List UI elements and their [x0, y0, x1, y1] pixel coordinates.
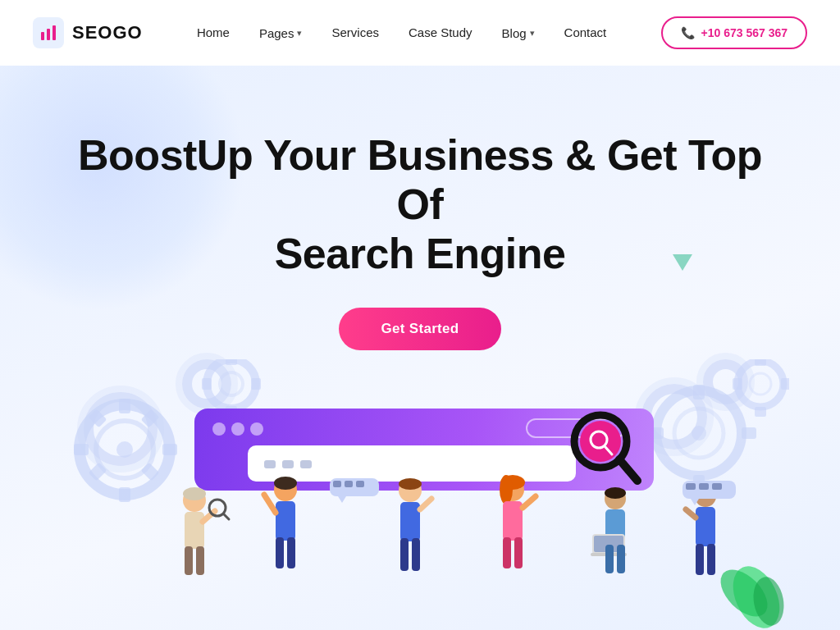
- svg-rect-72: [503, 537, 511, 568]
- nav-case-study[interactable]: Case Study: [409, 25, 472, 40]
- svg-rect-8: [74, 444, 89, 455]
- svg-rect-29: [755, 359, 766, 366]
- svg-rect-1: [47, 29, 50, 40]
- nav-services[interactable]: Services: [331, 25, 379, 40]
- svg-point-36: [250, 422, 263, 436]
- nav-home[interactable]: Home: [197, 25, 230, 40]
- nav-contact[interactable]: Contact: [564, 25, 607, 40]
- svg-rect-90: [345, 481, 353, 487]
- svg-point-22: [692, 426, 706, 441]
- svg-point-5: [116, 441, 133, 458]
- svg-rect-80: [605, 545, 614, 573]
- svg-rect-86: [696, 544, 704, 575]
- svg-rect-60: [287, 537, 295, 568]
- get-started-button[interactable]: Get Started: [339, 308, 502, 350]
- svg-rect-40: [282, 460, 294, 468]
- hero-text: BoostUp Your Business & Get Top Of Searc…: [0, 131, 840, 278]
- svg-rect-6: [119, 399, 130, 413]
- svg-line-54: [224, 514, 229, 519]
- svg-rect-7: [119, 487, 130, 502]
- svg-rect-94: [686, 483, 696, 490]
- nav-blog[interactable]: Blog: [502, 26, 535, 40]
- svg-rect-0: [41, 32, 44, 40]
- svg-rect-96: [712, 483, 722, 490]
- svg-rect-50: [185, 546, 193, 575]
- svg-point-15: [220, 372, 243, 395]
- svg-rect-59: [276, 537, 284, 568]
- phone-icon: 📞: [681, 26, 695, 39]
- svg-rect-81: [617, 545, 625, 573]
- svg-rect-91: [356, 481, 364, 487]
- svg-point-69: [500, 475, 513, 504]
- svg-rect-89: [333, 481, 341, 487]
- svg-point-44: [580, 421, 621, 462]
- hero-illustration: [51, 359, 789, 630]
- svg-rect-70: [503, 501, 523, 541]
- svg-rect-9: [162, 444, 177, 455]
- svg-rect-65: [400, 538, 409, 571]
- svg-point-62: [399, 478, 422, 490]
- svg-point-56: [274, 477, 297, 490]
- svg-rect-18: [202, 378, 212, 390]
- svg-rect-73: [514, 537, 523, 568]
- svg-point-75: [605, 487, 626, 499]
- phone-number: +10 673 567 367: [701, 26, 788, 39]
- svg-point-14: [207, 359, 256, 409]
- svg-line-58: [264, 495, 276, 513]
- svg-rect-63: [400, 502, 420, 541]
- svg-line-52: [203, 511, 215, 522]
- svg-point-48: [183, 487, 206, 500]
- svg-rect-23: [693, 385, 705, 399]
- nav-links: Home Pages Services Case Study Blog Cont…: [197, 25, 606, 40]
- svg-rect-31: [733, 378, 742, 390]
- svg-rect-32: [781, 378, 789, 390]
- svg-rect-57: [276, 501, 295, 541]
- svg-rect-51: [196, 546, 204, 575]
- svg-rect-26: [742, 427, 756, 439]
- svg-rect-84: [696, 507, 715, 546]
- navbar: SEOGO Home Pages Services Case Study Blo…: [0, 0, 840, 66]
- svg-rect-95: [699, 483, 709, 490]
- logo-text: SEOGO: [72, 22, 143, 43]
- svg-line-85: [686, 509, 696, 518]
- svg-point-28: [750, 373, 771, 395]
- svg-point-35: [231, 422, 244, 436]
- svg-line-71: [523, 496, 536, 508]
- nav-pages[interactable]: Pages: [259, 26, 303, 40]
- svg-rect-2: [52, 25, 56, 40]
- svg-rect-49: [185, 512, 204, 549]
- svg-point-34: [212, 422, 226, 436]
- svg-marker-92: [338, 496, 346, 503]
- phone-button[interactable]: 📞 +10 673 567 367: [661, 16, 808, 49]
- svg-rect-30: [755, 407, 766, 417]
- hero-section: BoostUp Your Business & Get Top Of Searc…: [0, 66, 840, 630]
- svg-line-64: [420, 499, 431, 509]
- svg-rect-41: [300, 460, 312, 468]
- svg-rect-38: [248, 445, 576, 482]
- svg-rect-87: [707, 544, 715, 575]
- svg-point-27: [737, 361, 783, 407]
- svg-rect-16: [226, 359, 237, 365]
- hero-title: BoostUp Your Business & Get Top Of Searc…: [66, 131, 774, 278]
- illustration-svg: [51, 359, 789, 630]
- logo[interactable]: SEOGO: [33, 17, 143, 48]
- logo-icon: [33, 17, 64, 48]
- svg-rect-19: [251, 378, 261, 390]
- svg-rect-39: [264, 460, 276, 468]
- svg-rect-66: [412, 538, 420, 571]
